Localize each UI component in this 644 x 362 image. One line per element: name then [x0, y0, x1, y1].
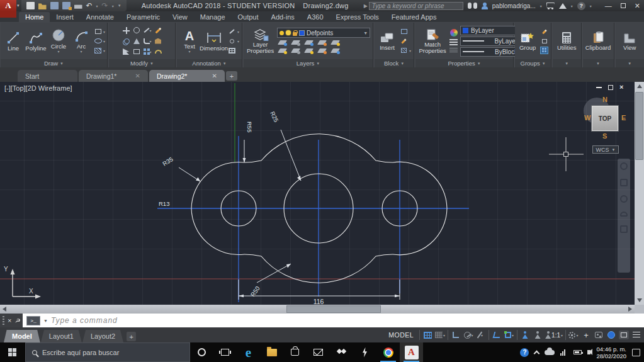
- clipboard-button[interactable]: Clipboard: [585, 31, 611, 52]
- close-tab-icon[interactable]: ✕: [212, 72, 217, 79]
- text-button[interactable]: A Text ▾: [179, 28, 200, 54]
- panel-label-draw[interactable]: Draw▼: [1, 59, 107, 67]
- viewcube-west[interactable]: W: [584, 114, 590, 122]
- group-selection-toggle-icon[interactable]: [540, 47, 548, 54]
- panel-label-utilities[interactable]: ▼: [553, 59, 580, 67]
- viewcube-east[interactable]: E: [621, 114, 626, 122]
- app-menu-caret-icon[interactable]: ▾: [17, 3, 20, 8]
- scroll-right-icon[interactable]: [628, 307, 632, 312]
- isodraft-toggle[interactable]: ▾: [476, 329, 486, 341]
- match-properties-button[interactable]: MatchProperties: [418, 28, 447, 55]
- panel-label-clipboard[interactable]: ▼: [583, 59, 614, 67]
- panel-label-block[interactable]: Block▼: [375, 59, 414, 67]
- showmotion-icon[interactable]: [620, 225, 628, 233]
- layout-tab-layout2[interactable]: Layout2: [82, 330, 123, 342]
- customization-menu[interactable]: [631, 329, 641, 341]
- restore-button[interactable]: [621, 3, 626, 8]
- horizontal-scroll-thumb[interactable]: [286, 305, 381, 313]
- r25-leader[interactable]: [281, 130, 301, 181]
- ortho-toggle[interactable]: [451, 329, 461, 341]
- layer-match-icon[interactable]: [331, 39, 340, 46]
- layer-unlock-icon[interactable]: [318, 47, 327, 54]
- panel-label-modify[interactable]: Modify▼: [109, 59, 175, 67]
- layer-select-caret-icon[interactable]: ▼: [363, 31, 368, 35]
- annotation-monitor-plus[interactable]: +: [581, 329, 591, 341]
- layer-state-icon[interactable]: [331, 47, 340, 54]
- command-close-icon[interactable]: ×: [8, 317, 11, 324]
- autocad-taskbar-button[interactable]: A: [400, 342, 423, 362]
- customize-wrench-icon[interactable]: [14, 317, 20, 324]
- create-block-icon[interactable]: [400, 28, 408, 35]
- utilities-button[interactable]: Utilities: [556, 31, 578, 52]
- taskbar-clock[interactable]: 04:46 p. m. 28/02/2020: [596, 346, 626, 359]
- save-as-icon[interactable]: [62, 2, 71, 9]
- text-caret-icon[interactable]: ▾: [189, 50, 191, 54]
- tray-expand-icon[interactable]: [534, 350, 540, 356]
- doc-close-icon[interactable]: ×: [619, 84, 623, 90]
- layer-on-off-icon[interactable]: [278, 47, 287, 54]
- r13-label[interactable]: R13: [159, 200, 169, 207]
- ellipse-caret-icon[interactable]: ▾: [103, 39, 105, 43]
- width-dim-label[interactable]: 116: [314, 298, 324, 305]
- layer-unisolate-icon[interactable]: [291, 39, 300, 46]
- battery-icon[interactable]: [573, 350, 582, 354]
- customize-qat-caret-icon[interactable]: ▼: [118, 4, 121, 8]
- undo-icon[interactable]: ↶: [86, 2, 93, 9]
- help-caret-icon[interactable]: ▾: [590, 4, 592, 8]
- lineweight-icon[interactable]: [449, 39, 458, 45]
- panel-label-annotation[interactable]: Annotation▼: [177, 59, 242, 67]
- workspace-switching-gear[interactable]: ▾: [568, 329, 579, 341]
- help-icon[interactable]: ?: [577, 2, 585, 10]
- layer-lock-tool-icon[interactable]: [318, 39, 327, 46]
- table-tool-icon[interactable]: [228, 47, 236, 54]
- edit-attributes-icon[interactable]: [400, 47, 408, 54]
- scroll-down-icon[interactable]: [637, 298, 642, 302]
- edit-block-icon[interactable]: [400, 37, 408, 45]
- color-wheel-icon[interactable]: [450, 29, 458, 37]
- ellipse-tool-icon[interactable]: [94, 37, 102, 45]
- layer-lock-icon[interactable]: [293, 32, 297, 36]
- explode-tool-icon[interactable]: [154, 37, 162, 45]
- autocad-logo-icon[interactable]: A: [0, 0, 16, 11]
- new-layout-button[interactable]: +: [127, 332, 136, 341]
- chrome-button[interactable]: [376, 342, 400, 362]
- user-avatar-icon[interactable]: [482, 3, 488, 9]
- viewport-controls[interactable]: [-][Top][2D Wireframe]: [4, 84, 72, 92]
- layer-walk-icon[interactable]: [305, 47, 314, 54]
- redo-caret-icon[interactable]: ▾: [112, 4, 114, 8]
- panel-label-view[interactable]: ▼: [616, 59, 644, 67]
- file-tab-drawing2[interactable]: Drawing2*✕: [149, 70, 225, 82]
- offset-tool-icon[interactable]: [154, 48, 162, 55]
- tab-home[interactable]: Home: [19, 12, 50, 22]
- ungroup-icon[interactable]: [540, 28, 548, 35]
- navigation-bar[interactable]: [618, 159, 630, 273]
- layer-on-icon[interactable]: [280, 31, 284, 35]
- autoscale-toggle[interactable]: [533, 329, 543, 341]
- command-input[interactable]: [51, 316, 640, 325]
- onedrive-icon[interactable]: [545, 350, 555, 355]
- annotation-scale-select[interactable]: 1:1▾: [545, 329, 563, 341]
- layer-thaw-icon[interactable]: [286, 30, 291, 35]
- tab-view[interactable]: View: [166, 12, 194, 22]
- minimize-button[interactable]: —: [605, 2, 612, 9]
- attributes-caret-icon[interactable]: ▾: [409, 48, 411, 53]
- signed-in-user[interactable]: pablomadriga...: [492, 3, 536, 9]
- fillet-tool-icon[interactable]: ▾: [144, 37, 152, 45]
- scale-tool-icon[interactable]: [133, 48, 141, 55]
- arc-caret-icon[interactable]: ▾: [80, 50, 82, 54]
- r35-label[interactable]: R35: [161, 156, 174, 167]
- annotation-visibility-toggle[interactable]: [520, 329, 530, 341]
- new-file-icon[interactable]: [26, 2, 35, 9]
- dimension-button[interactable]: Dimension: [202, 30, 225, 52]
- r50-leader[interactable]: [257, 264, 291, 283]
- orbit-icon[interactable]: [620, 212, 628, 217]
- hatch-caret-icon[interactable]: ▾: [103, 48, 105, 53]
- linetype-icon[interactable]: [449, 48, 458, 53]
- rectangle-caret-icon[interactable]: ▾: [103, 30, 105, 34]
- action-center-icon[interactable]: [632, 349, 640, 356]
- layer-isolate-icon[interactable]: [278, 39, 287, 46]
- edge-button[interactable]: e: [237, 342, 260, 362]
- pan-icon[interactable]: [620, 179, 628, 186]
- recent-commands-caret-icon[interactable]: ▼: [43, 319, 48, 323]
- copy-tool-icon[interactable]: [122, 37, 130, 45]
